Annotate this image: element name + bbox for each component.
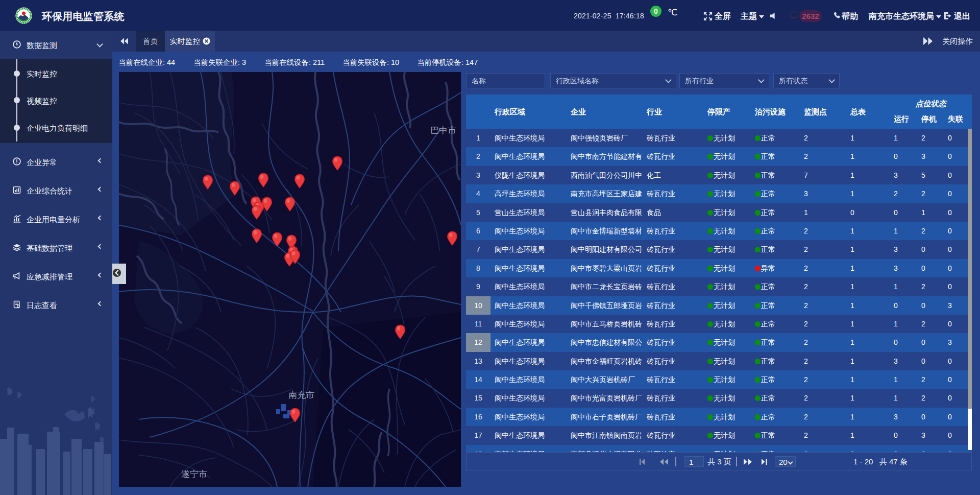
svg-text:南充市: 南充市 bbox=[288, 390, 314, 400]
svg-text:巴中市: 巴中市 bbox=[430, 126, 456, 135]
svg-text:遂宁市: 遂宁市 bbox=[181, 469, 207, 479]
